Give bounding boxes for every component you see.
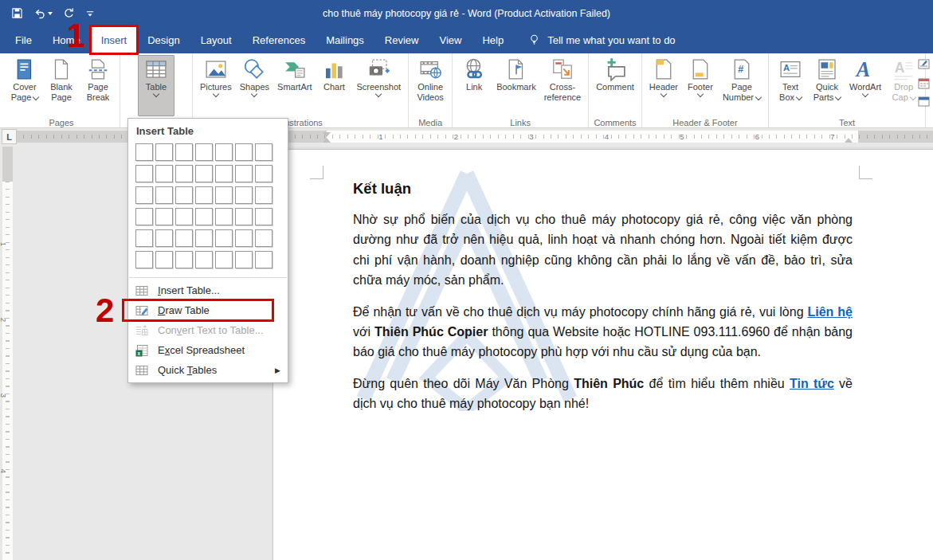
screenshot-button[interactable]: Screenshot (352, 55, 405, 116)
ribbon-tab-bar: FileHomeInsert1DesignLayoutReferencesMai… (0, 26, 933, 53)
table-grid-cell[interactable] (195, 229, 213, 247)
document-heading: Kết luận (353, 180, 853, 198)
table-grid-cell[interactable] (175, 165, 193, 182)
menu-item-quick-tables[interactable]: Quick Tables▶ (128, 360, 288, 380)
tab-review[interactable]: Review (374, 26, 429, 53)
comment-button[interactable]: Comment (592, 55, 638, 116)
menu-item-draw-table[interactable]: Draw Table2 (128, 300, 288, 320)
table-grid-cell[interactable] (255, 165, 272, 182)
first-line-indent-marker[interactable] (323, 132, 331, 137)
tab-help[interactable]: Help (472, 26, 514, 53)
table-grid-cell[interactable] (175, 229, 193, 247)
table-grid-cell[interactable] (135, 229, 153, 247)
table-grid-cell[interactable] (155, 251, 173, 268)
table-grid-cell[interactable] (215, 165, 233, 182)
table-grid-cell[interactable] (155, 186, 173, 204)
tab-home[interactable]: Home (42, 26, 91, 53)
tab-file[interactable]: File (5, 26, 42, 53)
table-grid-cell[interactable] (215, 143, 233, 161)
shapes-button[interactable]: Shapes (236, 55, 273, 116)
table-grid-cell[interactable] (175, 143, 193, 161)
right-indent-marker[interactable] (845, 138, 853, 143)
ribbon-group-pages: CoverPageBlankPagePageBreakPages (3, 53, 120, 127)
tab-references[interactable]: References (242, 26, 316, 53)
table-grid-cell[interactable] (195, 186, 213, 204)
page-break-button[interactable]: PageBreak (80, 55, 116, 116)
title-bar: cho thuê máy photocopy giá rẻ - Word (Pr… (0, 0, 933, 26)
table-grid-cell[interactable] (215, 229, 233, 247)
wordart-button[interactable]: AWordArt (845, 55, 885, 116)
submenu-arrow-icon: ▶ (275, 366, 280, 374)
svg-text:A: A (855, 58, 871, 81)
footer-icon (688, 57, 712, 81)
tab-view[interactable]: View (429, 26, 472, 53)
table-grid-cell[interactable] (255, 229, 272, 247)
table-grid-cell[interactable] (215, 208, 233, 225)
smartart-button[interactable]: SmartArt (273, 55, 316, 116)
button-label: Bookmark (496, 82, 536, 92)
table-grid-cell[interactable] (135, 186, 153, 204)
customize-quick-access-icon[interactable] (85, 9, 95, 18)
table-grid-cell[interactable] (235, 143, 253, 161)
table-grid-cell[interactable] (135, 208, 153, 225)
cross-reference-button[interactable]: Cross-reference (540, 55, 585, 116)
table-grid-cell[interactable] (155, 208, 173, 225)
link-button[interactable]: Link (456, 55, 492, 116)
quick-parts-button[interactable]: QuickParts (809, 55, 845, 116)
hanging-indent-marker[interactable] (323, 138, 331, 143)
blank-page-button[interactable]: BlankPage (43, 55, 80, 116)
tab-mailings[interactable]: Mailings (316, 26, 374, 53)
menu-item-insert-table[interactable]: Insert Table... (128, 280, 288, 300)
text-box-button[interactable]: ATextBox (772, 55, 809, 116)
table-grid-cell[interactable] (195, 208, 213, 225)
ribbon-overflow-buttons[interactable] (918, 59, 933, 108)
bookmark-button[interactable]: Bookmark (492, 55, 540, 116)
table-grid-cell[interactable] (215, 186, 233, 204)
table-grid-cell[interactable] (235, 229, 253, 247)
table-grid-cell[interactable] (235, 165, 253, 182)
table-grid-cell[interactable] (255, 186, 272, 204)
pictures-button[interactable]: Pictures (196, 55, 236, 116)
tab-design[interactable]: Design (137, 26, 190, 53)
table-grid-cell[interactable] (235, 251, 253, 268)
cover-page-button[interactable]: CoverPage (6, 55, 43, 116)
redo-icon[interactable] (63, 7, 75, 19)
table-grid-cell[interactable] (195, 143, 213, 161)
menu-item-label: Convert Text to Table... (158, 324, 264, 336)
tab-stop-selector[interactable]: L (2, 129, 17, 144)
menu-item-excel-spreadsheet[interactable]: xExcel Spreadsheet (128, 340, 288, 360)
footer-button[interactable]: Footer (682, 55, 719, 116)
undo-icon[interactable] (33, 7, 53, 20)
table-grid-cell[interactable] (175, 251, 193, 268)
table-grid-cell[interactable] (175, 186, 193, 204)
svg-text:A: A (783, 63, 790, 72)
header-button[interactable]: Header (645, 55, 682, 116)
table-grid-cell[interactable] (135, 165, 153, 182)
chart-button[interactable]: Chart (316, 55, 352, 116)
table-grid-cell[interactable] (135, 143, 153, 161)
table-grid-cell[interactable] (255, 143, 272, 161)
hyperlink[interactable]: Tin tức (790, 377, 834, 390)
ruler-number: 3 (529, 132, 533, 141)
table-grid-cell[interactable] (235, 208, 253, 225)
table-grid-cell[interactable] (235, 186, 253, 204)
table-grid-cell[interactable] (155, 165, 173, 182)
tell-me-box[interactable]: Tell me what you want to do (528, 26, 675, 53)
table-grid-cell[interactable] (215, 251, 233, 268)
table-grid-cell[interactable] (155, 143, 173, 161)
online-videos-button[interactable]: OnlineVideos (412, 55, 449, 116)
table-grid-cell[interactable] (155, 229, 173, 247)
tab-layout[interactable]: Layout (190, 26, 242, 53)
table-grid-cell[interactable] (195, 165, 213, 182)
table-grid-cell[interactable] (255, 251, 272, 268)
save-icon[interactable] (11, 7, 23, 19)
hyperlink[interactable]: Liên hệ (808, 305, 853, 319)
table-grid-cell[interactable] (195, 251, 213, 268)
table-button[interactable]: Table (138, 55, 174, 116)
table-grid-cell[interactable] (175, 208, 193, 225)
document-page[interactable]: Kết luận Nhờ sự phổ biến của dịch vụ cho… (272, 149, 933, 560)
table-grid-cell[interactable] (135, 251, 153, 268)
tab-insert[interactable]: Insert1 (91, 26, 138, 53)
table-grid-cell[interactable] (255, 208, 272, 225)
page-number-button[interactable]: #PageNumber (719, 55, 765, 116)
